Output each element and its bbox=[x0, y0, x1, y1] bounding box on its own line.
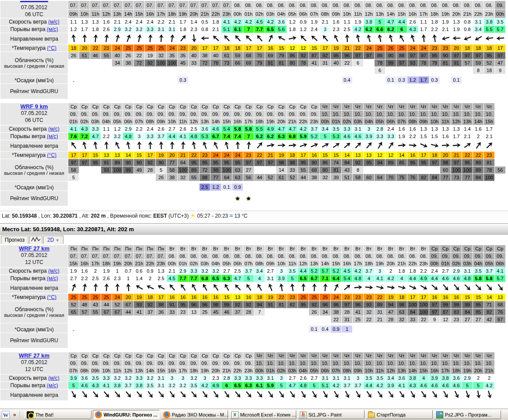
cloud-high-cell: 32 bbox=[156, 52, 166, 59]
gusts-unit-link[interactable]: (м/с) bbox=[47, 133, 58, 139]
cloud-high-cell: 98 bbox=[440, 159, 451, 166]
cloud-mid-cell bbox=[385, 167, 396, 174]
gust-cell: 1.7 bbox=[418, 26, 429, 33]
speed-cell: 3.9 bbox=[429, 375, 440, 382]
temp-cell: 18 bbox=[287, 152, 298, 159]
hour-cell: 15h bbox=[134, 10, 144, 18]
cloud-high-cell: 81 bbox=[276, 301, 287, 308]
hour-cell: 00h bbox=[320, 118, 330, 125]
gust-cell: 4.1 bbox=[375, 275, 385, 282]
wind-direction-arrow-icon bbox=[112, 33, 123, 44]
cloud-low-cell: 42 bbox=[484, 316, 494, 323]
day-date-cell: 08. bbox=[385, 253, 396, 260]
model-link-cut[interactable] bbox=[20, 1, 48, 2]
day-date-cell: 07. bbox=[156, 1, 166, 9]
cloud-mid-cell: 82 bbox=[484, 309, 494, 316]
temp-unit-link[interactable]: (°C) bbox=[47, 294, 56, 300]
taskbar-button-excel-3[interactable]: Microsoft Excel - Копия ... bbox=[229, 410, 296, 419]
wind-direction-arrow-icon bbox=[276, 140, 287, 151]
day-date-cell: 10. bbox=[276, 360, 287, 367]
speed-cell: 2.6 bbox=[178, 125, 188, 132]
taskbar-button-image-6[interactable]: Ps2.JPG - Програм... bbox=[434, 410, 501, 419]
speed-unit-link[interactable]: (м/с) bbox=[48, 19, 60, 25]
model-link[interactable]: WRF 27 km bbox=[19, 245, 49, 252]
gust-cell: 1.6 bbox=[440, 133, 451, 140]
wind-direction-arrow-icon bbox=[407, 33, 418, 44]
taskbar-button-firefox-2[interactable]: Радио ЭХО Москвы - М... bbox=[161, 410, 228, 419]
temp-unit-link[interactable]: (°C) bbox=[47, 152, 56, 158]
day-date-cell: 07. bbox=[134, 1, 144, 9]
temp-cell: 21 bbox=[178, 152, 188, 159]
cloud-mid-cell: 36 bbox=[156, 309, 166, 316]
hour-cell: 04h bbox=[364, 118, 374, 125]
cloud-mid-cell: 100 bbox=[462, 167, 473, 174]
gusts-unit-link[interactable]: (м/с) bbox=[47, 275, 58, 281]
day-abbr-cell: Ср bbox=[276, 103, 287, 110]
wind-direction-arrow-icon bbox=[156, 282, 166, 293]
chevron-right-icon[interactable]: » bbox=[13, 412, 16, 418]
speed-cell: 2.8 bbox=[221, 375, 232, 382]
tab-forecast[interactable]: Прогноз bbox=[1, 236, 28, 244]
gust-cell: 6.8 bbox=[200, 275, 210, 282]
rating-cell bbox=[210, 84, 221, 99]
temp-cell: 18 bbox=[484, 45, 494, 52]
temp-cell: 17 bbox=[156, 294, 166, 301]
tab-2d[interactable]: 2D ▼ bbox=[43, 236, 63, 244]
taskbar-button-firefox-1[interactable]: WindGURU: Прогноз ... bbox=[93, 410, 160, 419]
cloud-high-cell: 84 bbox=[342, 159, 352, 166]
speed-unit-link[interactable]: (м/с) bbox=[48, 126, 60, 132]
cloud-high-cell: 92 bbox=[243, 301, 254, 308]
cloud-high-cell: 97 bbox=[254, 159, 265, 166]
day-abbr-cell: Ср bbox=[200, 352, 210, 359]
rating-cell bbox=[429, 84, 440, 99]
tab-bar: Прогноз 2D ▼ bbox=[0, 235, 508, 244]
tab-graph[interactable] bbox=[29, 236, 42, 244]
gust-cell: 5.2 bbox=[309, 133, 319, 140]
speed-cell: 3.3 bbox=[101, 375, 112, 382]
word-icon[interactable]: W bbox=[2, 411, 10, 419]
gust-cell: 6.2 bbox=[364, 26, 374, 33]
precip-cell bbox=[484, 74, 494, 83]
temp-cell: 15 bbox=[134, 152, 144, 159]
model-link[interactable]: WRF 27 km bbox=[19, 352, 49, 359]
gust-cell: 1.2 bbox=[298, 26, 308, 33]
gust-cell: 2.6 bbox=[101, 275, 112, 282]
temp-cell: 25 bbox=[68, 294, 79, 301]
wind-direction-arrow-icon bbox=[342, 140, 352, 151]
gusts-unit-link[interactable]: (м/с) bbox=[47, 382, 58, 389]
cloud-high-cell: 22 bbox=[134, 52, 144, 59]
gust-cell: 7 bbox=[243, 133, 254, 140]
day-date-cell: 08. bbox=[353, 1, 363, 9]
temp-cell: 19 bbox=[134, 294, 144, 301]
hour-cell: 07h bbox=[309, 10, 319, 18]
precip-cell bbox=[200, 323, 210, 333]
cloud-high-cell: 97 bbox=[353, 52, 363, 59]
cloud-mid-cell: 23 bbox=[178, 309, 188, 316]
precip-cell bbox=[309, 74, 319, 83]
wind-direction-arrow-icon bbox=[484, 389, 494, 400]
taskbar-button-paint-4[interactable]: St1.JPG - Paint bbox=[298, 410, 364, 419]
forecast-table-wrf27a: WRF 27 km07.05.201212 UTCПнПнПнПнПнПнПнП… bbox=[0, 245, 506, 348]
taskbar-button-folder-5[interactable]: СтартПогода bbox=[366, 410, 433, 419]
gusts-unit-link[interactable]: (м/с) bbox=[47, 26, 58, 32]
gust-cell: 4.2 bbox=[375, 382, 385, 389]
day-date-cell: 09. bbox=[243, 111, 254, 118]
cloud-low-cell bbox=[221, 316, 232, 323]
model-run-date: 07.05.2012 bbox=[0, 359, 68, 366]
cloud-mid-cell: 33 bbox=[287, 167, 298, 174]
day-abbr-cell: Вт bbox=[232, 245, 243, 252]
day-date-cell: 10. bbox=[364, 360, 374, 367]
speed-cell: 1.1 bbox=[68, 18, 79, 25]
day-date-cell: 10. bbox=[342, 360, 352, 367]
speed-unit-link[interactable]: (м/с) bbox=[48, 268, 60, 274]
speed-cell: 2.9 bbox=[123, 125, 133, 132]
taskbar-button-thebat-0[interactable]: The Bat! bbox=[25, 410, 91, 419]
speed-unit-link[interactable]: (м/с) bbox=[48, 375, 60, 381]
model-link[interactable]: WRF 9 km bbox=[21, 103, 48, 110]
temp-unit-link[interactable]: (°C) bbox=[47, 45, 56, 51]
cloud-high-cell: 69 bbox=[265, 52, 276, 59]
precip-cell bbox=[320, 74, 330, 83]
gust-cell: 5 bbox=[309, 382, 319, 389]
cloud-high-cell: 97 bbox=[68, 159, 79, 166]
day-date-cell: 08. bbox=[254, 253, 265, 260]
